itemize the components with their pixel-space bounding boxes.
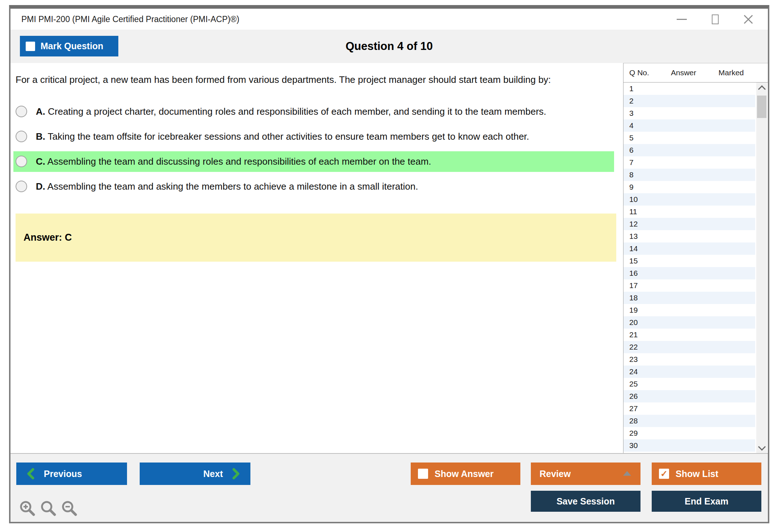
window-title: PMI PMI-200 (PMI Agile Certified Practit… xyxy=(21,14,239,24)
qrow-number: 17 xyxy=(623,281,658,290)
qrow-number: 25 xyxy=(623,380,658,388)
scrollbar-down-icon[interactable] xyxy=(756,442,767,453)
scrollbar-thumb[interactable] xyxy=(757,96,766,118)
qrow-number: 20 xyxy=(623,318,658,327)
options-list: A. Creating a project charter, documenti… xyxy=(13,101,623,197)
review-button[interactable]: Review xyxy=(531,463,640,485)
option-text: Assembling the team and asking the membe… xyxy=(47,181,418,192)
question-list-row[interactable]: 7 xyxy=(623,156,755,169)
option-body: C. Assembling the team and discussing ro… xyxy=(36,155,431,169)
question-list-row[interactable]: 12 xyxy=(623,218,755,230)
minimize-icon[interactable] xyxy=(676,13,688,25)
qrow-number: 9 xyxy=(623,183,658,191)
end-exam-button[interactable]: End Exam xyxy=(652,491,761,512)
question-list-row[interactable]: 16 xyxy=(623,267,755,279)
zoom-out-icon[interactable] xyxy=(60,499,79,518)
question-list-row[interactable]: 11 xyxy=(623,206,755,218)
question-counter: Question 4 of 10 xyxy=(10,40,768,53)
question-list-row[interactable]: 5 xyxy=(623,132,755,144)
save-session-button[interactable]: Save Session xyxy=(531,491,640,512)
question-list-row[interactable]: 15 xyxy=(623,255,755,267)
next-button[interactable]: Next xyxy=(140,463,250,485)
question-list: 1 2 3 4 5 6 7 8 9 xyxy=(623,83,768,452)
option-letter: D. xyxy=(36,181,45,192)
question-list-row[interactable]: 25 xyxy=(623,378,755,390)
option-letter: A. xyxy=(36,106,45,117)
qrow-number: 4 xyxy=(623,121,658,130)
question-list-row[interactable]: 1 xyxy=(623,83,755,95)
screen: PMI PMI-200 (PMI Agile Certified Practit… xyxy=(0,0,778,532)
qrow-number: 14 xyxy=(623,244,658,253)
question-list-row[interactable]: 3 xyxy=(623,107,755,119)
show-answer-checkbox[interactable] xyxy=(418,469,428,479)
question-list-row[interactable]: 29 xyxy=(623,427,755,439)
qrow-number: 26 xyxy=(623,392,658,401)
question-list-row[interactable]: 21 xyxy=(623,329,755,341)
show-answer-button[interactable]: Show Answer xyxy=(411,463,520,485)
qrow-number: 8 xyxy=(623,170,658,179)
navigator-scrollbar[interactable] xyxy=(756,83,767,453)
show-list-label: Show List xyxy=(676,469,718,479)
qrow-number: 11 xyxy=(623,207,658,216)
question-list-row[interactable]: 14 xyxy=(623,242,755,255)
option-row[interactable]: A. Creating a project charter, documenti… xyxy=(13,101,614,122)
option-row[interactable]: B. Taking the team offsite for icebreake… xyxy=(13,126,614,147)
question-list-row[interactable]: 22 xyxy=(623,341,755,353)
question-list-row[interactable]: 17 xyxy=(623,279,755,292)
option-radio[interactable] xyxy=(16,181,27,192)
question-list-row[interactable]: 26 xyxy=(623,390,755,402)
footer-bar: Previous Next Show Answer Review ✓ xyxy=(10,453,768,522)
qrow-number: 18 xyxy=(623,294,658,302)
show-list-button[interactable]: ✓ Show List xyxy=(652,463,761,485)
question-text: For a critical project, a new team has b… xyxy=(16,73,591,87)
header-band: Mark Question Question 4 of 10 xyxy=(10,30,768,63)
previous-button[interactable]: Previous xyxy=(16,463,127,485)
question-list-wrap: 1 2 3 4 5 6 7 8 9 xyxy=(623,83,768,453)
qrow-number: 16 xyxy=(623,269,658,278)
qrow-number: 23 xyxy=(623,355,658,364)
question-list-row[interactable]: 27 xyxy=(623,402,755,415)
zoom-tools xyxy=(18,499,79,518)
question-list-row[interactable]: 30 xyxy=(623,439,755,452)
save-session-label: Save Session xyxy=(557,496,615,507)
triangle-up-icon xyxy=(623,471,631,476)
maximize-icon[interactable] xyxy=(709,13,721,25)
option-text: Assembling the team and discussing roles… xyxy=(47,156,431,167)
question-list-row[interactable]: 19 xyxy=(623,304,755,316)
qrow-number: 5 xyxy=(623,134,658,142)
close-icon[interactable] xyxy=(743,13,754,25)
option-radio[interactable] xyxy=(16,106,27,117)
option-row[interactable]: D. Assembling the team and asking the me… xyxy=(13,176,614,197)
option-radio[interactable] xyxy=(16,131,27,142)
option-body: A. Creating a project charter, documenti… xyxy=(36,105,546,119)
qrow-number: 29 xyxy=(623,429,658,438)
question-list-row[interactable]: 8 xyxy=(623,169,755,181)
question-list-row[interactable]: 10 xyxy=(623,193,755,206)
zoom-in-icon[interactable] xyxy=(18,499,37,518)
answer-box: Answer: C xyxy=(16,214,616,262)
question-panel: For a critical project, a new team has b… xyxy=(10,63,623,453)
option-body: D. Assembling the team and asking the me… xyxy=(36,180,418,194)
option-row[interactable]: C. Assembling the team and discussing ro… xyxy=(13,151,614,172)
question-list-row[interactable]: 23 xyxy=(623,353,755,366)
qrow-number: 30 xyxy=(623,441,658,450)
content-area: For a critical project, a new team has b… xyxy=(10,63,768,453)
question-list-row[interactable]: 9 xyxy=(623,181,755,193)
option-text: Taking the team offsite for icebreaker s… xyxy=(48,131,529,142)
question-list-row[interactable]: 18 xyxy=(623,292,755,304)
option-letter: C. xyxy=(36,156,45,167)
option-radio[interactable] xyxy=(16,156,27,167)
question-list-row[interactable]: 20 xyxy=(623,316,755,329)
question-list-row[interactable]: 24 xyxy=(623,366,755,378)
question-list-row[interactable]: 6 xyxy=(623,144,755,156)
question-list-row[interactable]: 4 xyxy=(623,119,755,132)
qrow-number: 3 xyxy=(623,109,658,118)
zoom-reset-icon[interactable] xyxy=(39,499,58,518)
question-list-row[interactable]: 13 xyxy=(623,230,755,242)
title-bar: PMI PMI-200 (PMI Agile Certified Practit… xyxy=(10,9,768,30)
qrow-number: 19 xyxy=(623,306,658,314)
scrollbar-up-icon[interactable] xyxy=(756,83,767,93)
show-list-checkbox[interactable]: ✓ xyxy=(659,469,669,479)
question-list-row[interactable]: 28 xyxy=(623,415,755,427)
question-list-row[interactable]: 2 xyxy=(623,95,755,107)
